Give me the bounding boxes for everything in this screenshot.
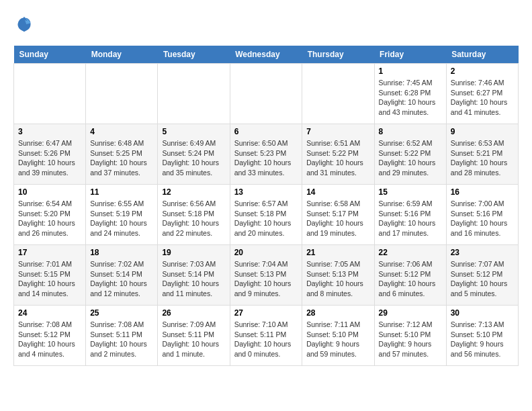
day-info: Sunrise: 6:52 AMSunset: 5:22 PMDaylight:… bbox=[379, 138, 442, 178]
day-info: Sunrise: 7:09 AMSunset: 5:11 PMDaylight:… bbox=[162, 320, 225, 359]
calendar-cell: 26Sunrise: 7:09 AMSunset: 5:11 PMDayligh… bbox=[158, 306, 230, 366]
day-number: 10 bbox=[18, 187, 81, 197]
calendar-cell: 22Sunrise: 7:06 AMSunset: 5:12 PMDayligh… bbox=[374, 245, 446, 306]
day-number: 21 bbox=[306, 248, 369, 257]
day-number: 22 bbox=[379, 248, 442, 257]
calendar-cell: 13Sunrise: 6:57 AMSunset: 5:18 PMDayligh… bbox=[230, 185, 302, 245]
day-info: Sunrise: 6:49 AMSunset: 5:24 PMDaylight:… bbox=[162, 138, 225, 178]
calendar-cell: 12Sunrise: 6:56 AMSunset: 5:18 PMDayligh… bbox=[158, 185, 230, 245]
day-number: 2 bbox=[451, 66, 514, 76]
weekday-header: Wednesday bbox=[230, 46, 302, 64]
calendar-week-row: 17Sunrise: 7:01 AMSunset: 5:15 PMDayligh… bbox=[14, 245, 519, 306]
day-info: Sunrise: 7:12 AMSunset: 5:10 PMDaylight:… bbox=[379, 320, 442, 359]
calendar-cell: 8Sunrise: 6:52 AMSunset: 5:22 PMDaylight… bbox=[374, 124, 446, 185]
day-number: 6 bbox=[234, 127, 298, 136]
day-number: 14 bbox=[306, 187, 369, 197]
day-info: Sunrise: 7:06 AMSunset: 5:12 PMDaylight:… bbox=[379, 259, 442, 299]
weekday-header: Tuesday bbox=[158, 46, 230, 64]
calendar-cell bbox=[14, 64, 86, 124]
calendar-cell: 2Sunrise: 7:46 AMSunset: 6:27 PMDaylight… bbox=[446, 64, 518, 124]
calendar-cell: 23Sunrise: 7:07 AMSunset: 5:12 PMDayligh… bbox=[446, 245, 518, 306]
weekday-header: Monday bbox=[86, 46, 158, 64]
day-number: 12 bbox=[162, 187, 225, 197]
day-info: Sunrise: 7:07 AMSunset: 5:12 PMDaylight:… bbox=[451, 259, 514, 299]
calendar-week-row: 1Sunrise: 7:45 AMSunset: 6:28 PMDaylight… bbox=[14, 64, 519, 124]
day-info: Sunrise: 7:46 AMSunset: 6:27 PMDaylight:… bbox=[451, 78, 514, 118]
logo bbox=[13, 13, 38, 35]
calendar-cell: 17Sunrise: 7:01 AMSunset: 5:15 PMDayligh… bbox=[14, 245, 86, 306]
calendar-week-row: 3Sunrise: 6:47 AMSunset: 5:26 PMDaylight… bbox=[14, 124, 519, 185]
calendar-cell: 3Sunrise: 6:47 AMSunset: 5:26 PMDaylight… bbox=[14, 124, 86, 185]
calendar-cell: 19Sunrise: 7:03 AMSunset: 5:14 PMDayligh… bbox=[158, 245, 230, 306]
calendar-cell: 4Sunrise: 6:48 AMSunset: 5:25 PMDaylight… bbox=[86, 124, 158, 185]
day-number: 26 bbox=[162, 308, 225, 318]
day-number: 30 bbox=[451, 308, 514, 318]
day-number: 9 bbox=[451, 127, 514, 136]
calendar-cell: 21Sunrise: 7:05 AMSunset: 5:13 PMDayligh… bbox=[302, 245, 374, 306]
day-info: Sunrise: 7:04 AMSunset: 5:13 PMDaylight:… bbox=[234, 259, 298, 299]
day-number: 7 bbox=[306, 127, 369, 136]
day-number: 4 bbox=[90, 127, 153, 136]
day-number: 17 bbox=[18, 248, 81, 257]
calendar-cell: 1Sunrise: 7:45 AMSunset: 6:28 PMDaylight… bbox=[374, 64, 446, 124]
calendar-cell bbox=[302, 64, 374, 124]
calendar-cell: 7Sunrise: 6:51 AMSunset: 5:22 PMDaylight… bbox=[302, 124, 374, 185]
day-number: 16 bbox=[451, 187, 514, 197]
day-info: Sunrise: 6:59 AMSunset: 5:16 PMDaylight:… bbox=[379, 199, 442, 238]
calendar-cell: 10Sunrise: 6:54 AMSunset: 5:20 PMDayligh… bbox=[14, 185, 86, 245]
day-info: Sunrise: 6:47 AMSunset: 5:26 PMDaylight:… bbox=[18, 138, 81, 178]
day-info: Sunrise: 6:58 AMSunset: 5:17 PMDaylight:… bbox=[306, 199, 369, 238]
day-info: Sunrise: 7:02 AMSunset: 5:14 PMDaylight:… bbox=[90, 259, 153, 299]
day-number: 18 bbox=[90, 248, 153, 257]
day-info: Sunrise: 7:00 AMSunset: 5:16 PMDaylight:… bbox=[451, 199, 514, 238]
day-info: Sunrise: 6:57 AMSunset: 5:18 PMDaylight:… bbox=[234, 199, 298, 238]
calendar-cell bbox=[86, 64, 158, 124]
day-number: 29 bbox=[379, 308, 442, 318]
calendar-week-row: 10Sunrise: 6:54 AMSunset: 5:20 PMDayligh… bbox=[14, 185, 519, 245]
day-number: 5 bbox=[162, 127, 225, 136]
calendar-cell bbox=[158, 64, 230, 124]
weekday-header: Thursday bbox=[302, 46, 374, 64]
calendar-cell: 25Sunrise: 7:08 AMSunset: 5:11 PMDayligh… bbox=[86, 306, 158, 366]
day-info: Sunrise: 7:01 AMSunset: 5:15 PMDaylight:… bbox=[18, 259, 81, 299]
day-number: 11 bbox=[90, 187, 153, 197]
day-info: Sunrise: 7:05 AMSunset: 5:13 PMDaylight:… bbox=[306, 259, 369, 299]
calendar-cell: 16Sunrise: 7:00 AMSunset: 5:16 PMDayligh… bbox=[446, 185, 518, 245]
calendar-week-row: 24Sunrise: 7:08 AMSunset: 5:12 PMDayligh… bbox=[14, 306, 519, 366]
day-info: Sunrise: 7:13 AMSunset: 5:10 PMDaylight:… bbox=[451, 320, 514, 359]
day-number: 28 bbox=[306, 308, 369, 318]
day-number: 20 bbox=[234, 248, 298, 257]
day-number: 8 bbox=[379, 127, 442, 136]
day-info: Sunrise: 6:53 AMSunset: 5:21 PMDaylight:… bbox=[451, 138, 514, 178]
day-info: Sunrise: 6:48 AMSunset: 5:25 PMDaylight:… bbox=[90, 138, 153, 178]
day-number: 25 bbox=[90, 308, 153, 318]
day-info: Sunrise: 6:50 AMSunset: 5:23 PMDaylight:… bbox=[234, 138, 298, 178]
weekday-header: Sunday bbox=[14, 46, 86, 64]
day-info: Sunrise: 6:51 AMSunset: 5:22 PMDaylight:… bbox=[306, 138, 369, 178]
calendar-cell: 15Sunrise: 6:59 AMSunset: 5:16 PMDayligh… bbox=[374, 185, 446, 245]
day-number: 24 bbox=[18, 308, 81, 318]
day-info: Sunrise: 7:08 AMSunset: 5:12 PMDaylight:… bbox=[18, 320, 81, 359]
calendar-cell: 28Sunrise: 7:11 AMSunset: 5:10 PMDayligh… bbox=[302, 306, 374, 366]
weekday-header: Friday bbox=[374, 46, 446, 64]
header bbox=[13, 13, 519, 35]
day-info: Sunrise: 7:03 AMSunset: 5:14 PMDaylight:… bbox=[162, 259, 225, 299]
day-info: Sunrise: 6:54 AMSunset: 5:20 PMDaylight:… bbox=[18, 199, 81, 238]
day-number: 27 bbox=[234, 308, 298, 318]
calendar-cell bbox=[230, 64, 302, 124]
day-info: Sunrise: 7:11 AMSunset: 5:10 PMDaylight:… bbox=[306, 320, 369, 359]
day-number: 13 bbox=[234, 187, 298, 197]
calendar-cell: 14Sunrise: 6:58 AMSunset: 5:17 PMDayligh… bbox=[302, 185, 374, 245]
calendar-cell: 30Sunrise: 7:13 AMSunset: 5:10 PMDayligh… bbox=[446, 306, 518, 366]
calendar-cell: 24Sunrise: 7:08 AMSunset: 5:12 PMDayligh… bbox=[14, 306, 86, 366]
calendar-cell: 6Sunrise: 6:50 AMSunset: 5:23 PMDaylight… bbox=[230, 124, 302, 185]
calendar-cell: 5Sunrise: 6:49 AMSunset: 5:24 PMDaylight… bbox=[158, 124, 230, 185]
day-info: Sunrise: 7:08 AMSunset: 5:11 PMDaylight:… bbox=[90, 320, 153, 359]
calendar-cell: 27Sunrise: 7:10 AMSunset: 5:11 PMDayligh… bbox=[230, 306, 302, 366]
calendar-cell: 20Sunrise: 7:04 AMSunset: 5:13 PMDayligh… bbox=[230, 245, 302, 306]
day-number: 19 bbox=[162, 248, 225, 257]
day-number: 23 bbox=[451, 248, 514, 257]
weekday-header: Saturday bbox=[446, 46, 518, 64]
calendar-cell: 9Sunrise: 6:53 AMSunset: 5:21 PMDaylight… bbox=[446, 124, 518, 185]
day-info: Sunrise: 7:10 AMSunset: 5:11 PMDaylight:… bbox=[234, 320, 298, 359]
